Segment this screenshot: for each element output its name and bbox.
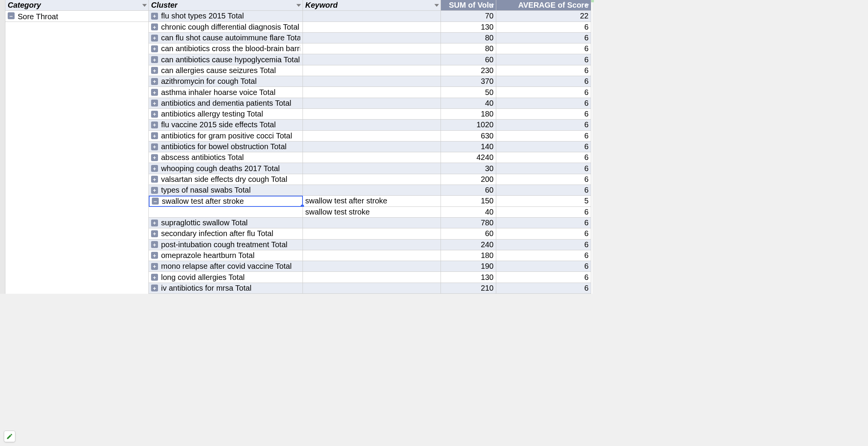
score-cell[interactable]: 6 [496,250,591,261]
score-cell[interactable]: 6 [496,54,591,65]
score-cell[interactable]: 6 [496,43,591,54]
volume-cell[interactable]: 50 [441,87,496,98]
cluster-cell[interactable]: types of nasal swabs Total [149,185,303,196]
expand-toggle[interactable] [151,241,158,248]
score-cell[interactable]: 22 [496,11,591,22]
cluster-cell[interactable]: asthma inhaler hoarse voice Total [149,87,303,98]
filter-icon[interactable] [142,4,147,7]
keyword-cell[interactable]: swallow test stroke [303,207,441,218]
collapse-toggle[interactable] [152,198,159,205]
score-cell[interactable]: 6 [496,163,591,174]
cluster-cell[interactable]: valsartan side effects dry cough Total [149,174,303,185]
header-cluster[interactable]: Cluster [149,0,303,11]
cluster-cell[interactable]: omeprazole heartburn Total [149,250,303,261]
keyword-cell[interactable] [303,33,441,43]
keyword-cell[interactable] [303,65,441,76]
expand-toggle[interactable] [151,165,158,172]
expand-toggle[interactable] [151,67,158,74]
keyword-cell[interactable] [303,98,441,109]
cluster-cell[interactable]: long covid allergies Total [149,272,303,283]
expand-toggle[interactable] [151,263,158,270]
keyword-cell[interactable] [303,283,441,294]
keyword-cell[interactable] [303,43,441,54]
cluster-cell[interactable] [149,207,303,218]
score-cell[interactable]: 6 [496,98,591,109]
expand-toggle[interactable] [151,252,158,259]
expand-toggle[interactable] [151,13,158,20]
volume-cell[interactable]: 780 [441,218,496,228]
keyword-cell[interactable] [303,250,441,261]
expand-toggle[interactable] [151,285,158,291]
score-cell[interactable]: 6 [496,261,591,272]
keyword-cell[interactable] [303,87,441,98]
filter-icon[interactable] [490,4,494,7]
score-cell[interactable]: 6 [496,33,591,43]
score-cell[interactable]: 6 [496,272,591,283]
cluster-cell[interactable]: can flu shot cause autoimmune flare Tota… [149,33,303,43]
expand-toggle[interactable] [151,132,158,139]
score-cell[interactable]: 6 [496,141,591,152]
cluster-cell[interactable]: azithromycin for cough Total [149,76,303,87]
cluster-cell[interactable]: can antibiotics cross the blood-brain ba… [149,43,303,54]
cluster-cell[interactable]: abscess antibiotics Total [149,152,303,163]
expand-toggle[interactable] [151,220,158,226]
score-cell[interactable]: 6 [496,185,591,196]
header-category[interactable]: Category [5,0,149,11]
cluster-cell[interactable]: iv antibiotics for mrsa Total [149,283,303,294]
volume-cell[interactable]: 40 [441,207,496,218]
volume-cell[interactable]: 60 [441,228,496,239]
cluster-cell[interactable]: can allergies cause seizures Total [149,65,303,76]
collapse-toggle[interactable] [8,12,15,19]
score-cell[interactable]: 6 [496,120,591,130]
score-cell[interactable]: 6 [496,76,591,87]
volume-cell[interactable]: 240 [441,240,496,250]
expand-toggle[interactable] [151,176,158,183]
expand-toggle[interactable] [151,143,158,150]
expand-toggle[interactable] [151,45,158,52]
volume-cell[interactable]: 70 [441,11,496,22]
keyword-cell[interactable]: swallow test after stroke [303,196,441,206]
keyword-cell[interactable] [303,54,441,65]
volume-cell[interactable]: 60 [441,185,496,196]
cluster-cell[interactable]: flu shot types 2015 Total [149,11,303,22]
header-score[interactable]: AVERAGE of Score [496,0,591,11]
score-cell[interactable]: 6 [496,228,591,239]
keyword-cell[interactable] [303,131,441,141]
keyword-cell[interactable] [303,240,441,250]
cluster-cell[interactable]: antibiotics for bowel obstruction Total [149,141,303,152]
volume-cell[interactable]: 140 [441,141,496,152]
volume-cell[interactable]: 30 [441,163,496,174]
volume-cell[interactable]: 60 [441,54,496,65]
keyword-cell[interactable] [303,76,441,87]
cluster-cell[interactable]: post-intubation cough treatment Total [149,240,303,250]
volume-cell[interactable]: 1020 [441,120,496,130]
volume-cell[interactable]: 130 [441,22,496,33]
expand-toggle[interactable] [151,187,158,194]
keyword-cell[interactable] [303,11,441,22]
expand-toggle[interactable] [151,35,158,42]
expand-toggle[interactable] [151,78,158,85]
score-cell[interactable]: 6 [496,240,591,250]
cluster-cell[interactable]: antibiotics allergy testing Total [149,109,303,120]
expand-toggle[interactable] [151,121,158,128]
keyword-cell[interactable] [303,109,441,120]
keyword-cell[interactable] [303,261,441,272]
volume-cell[interactable]: 180 [441,250,496,261]
score-cell[interactable]: 5 [496,196,591,206]
keyword-cell[interactable] [303,163,441,174]
cluster-cell[interactable]: supraglottic swallow Total [149,218,303,228]
volume-cell[interactable]: 210 [441,283,496,294]
expand-toggle[interactable] [151,230,158,237]
cluster-cell[interactable]: antibiotics for gram positive cocci Tota… [149,131,303,141]
score-cell[interactable]: 6 [496,131,591,141]
expand-toggle[interactable] [151,56,158,63]
volume-cell[interactable]: 200 [441,174,496,185]
keyword-cell[interactable] [303,120,441,130]
cluster-cell[interactable]: chronic cough differential diagnosis Tot… [149,22,303,33]
keyword-cell[interactable] [303,152,441,163]
cluster-cell[interactable]: can antibiotics cause hypoglycemia Total [149,54,303,65]
cluster-cell[interactable]: secondary infection after flu Total [149,228,303,239]
filter-icon[interactable] [434,4,439,7]
volume-cell[interactable]: 150 [441,196,496,206]
cluster-cell[interactable]: swallow test after stroke [149,196,303,206]
